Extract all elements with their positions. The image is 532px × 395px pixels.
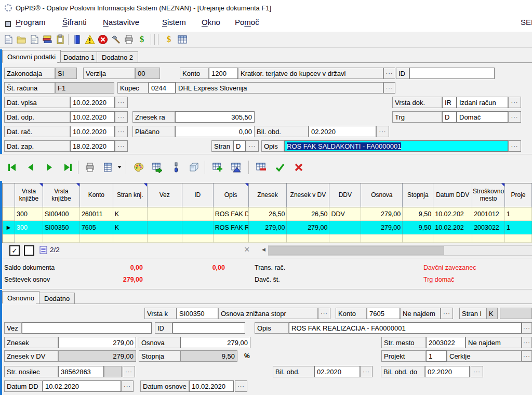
trg-lookup-button[interactable]: ··· (508, 111, 521, 123)
cancel-icon[interactable] (292, 161, 305, 174)
mdi-document-icon[interactable] (4, 20, 12, 28)
dollar-yellow-icon[interactable]: $ (163, 34, 175, 45)
opis-lookup-button[interactable]: ··· (508, 140, 521, 152)
grid-cell[interactable]: 279,00 (249, 221, 287, 234)
grid-cell[interactable]: 279,00 (361, 207, 403, 221)
tab-dodatno-2[interactable]: Dodatno 2 (97, 51, 138, 62)
dollar-green-icon[interactable]: $ (136, 34, 148, 45)
bil-obd-picker-button[interactable]: ··· (376, 126, 389, 137)
detail-konto-input[interactable]: 7605 (367, 308, 400, 319)
grid-col-header[interactable]: Stroškovno mesto (472, 183, 505, 207)
menu-pomoc[interactable]: Pomoč (235, 18, 259, 27)
dat-zap-input[interactable]: 18.02.2020 (70, 140, 115, 152)
hammer-icon[interactable] (110, 34, 122, 45)
grid-cell[interactable]: ROS FAK R (214, 221, 249, 234)
grid-cell[interactable]: 7605 (80, 221, 113, 234)
dat-odp-picker-button[interactable]: ··· (115, 111, 128, 123)
konto-lookup-button[interactable]: ··· (383, 68, 395, 79)
str-mesto-input[interactable]: 2003022 (426, 337, 466, 348)
clipboard-icon[interactable] (55, 34, 66, 45)
grid-row[interactable]: ▶300SI003507605KROS FAK R279,00279,00279… (3, 221, 532, 234)
cube-icon[interactable] (187, 161, 201, 174)
grid-col-header[interactable]: Vrsta knjižbe (43, 183, 80, 207)
grid-col-header[interactable]: Osnova (361, 183, 403, 207)
dat-odp-input[interactable]: 10.02.2020 (70, 111, 115, 123)
grid-cell[interactable]: DDV (329, 207, 361, 221)
list-icon[interactable] (39, 246, 47, 254)
warning-icon[interactable] (84, 34, 96, 45)
projekt-input[interactable]: 1 (426, 350, 447, 362)
stran-input[interactable]: D (233, 140, 246, 152)
error-icon[interactable] (97, 34, 109, 45)
datum-osnove-picker-button[interactable]: ··· (235, 380, 247, 392)
grid-cell[interactable]: 260011 (80, 207, 113, 221)
detail-bil-obd-input[interactable]: 02.2020 (314, 366, 360, 377)
grid-cell[interactable]: ROS FAK D (214, 207, 249, 221)
grid-cell[interactable]: 300 (15, 221, 43, 234)
grid-cell[interactable]: 2003022 (472, 221, 505, 234)
grid-col-header[interactable]: Datum DDV (433, 183, 472, 207)
tab-osnovni-podatki[interactable]: Osnovni podatki (2, 50, 61, 62)
grid-col-header[interactable]: Vez (148, 183, 182, 207)
str-nosilec-input[interactable]: 38562863 (58, 366, 104, 377)
menu-okno[interactable]: Okno (202, 18, 220, 27)
prev-record-icon[interactable] (24, 161, 37, 174)
detail-id-input[interactable] (172, 322, 245, 334)
menu-nastavitve[interactable]: Nastavitve (103, 18, 139, 27)
vrsta-k-input[interactable]: SI00350 (177, 308, 218, 319)
grid-cell[interactable] (182, 207, 214, 221)
vrsta-k-lookup-button[interactable]: ··· (318, 308, 330, 319)
grid-cell[interactable]: 10.02.202 (433, 207, 472, 221)
last-record-icon[interactable] (61, 161, 75, 174)
grid-cell[interactable]: K (113, 207, 148, 221)
books-icon[interactable] (42, 34, 53, 45)
checkbox-unchecked[interactable] (24, 245, 34, 256)
detail-opis-input[interactable]: ROS FAK REALIZACIJA - FA0000001 (289, 322, 522, 334)
grid-col-header[interactable]: Stopnja (403, 183, 433, 207)
grid-cell[interactable] (182, 221, 214, 234)
dat-zap-picker-button[interactable]: ··· (115, 140, 128, 152)
grid-hscrollbar[interactable] (268, 245, 532, 256)
osnova-input[interactable]: 279,00 (180, 337, 250, 348)
dat-vpisa-input[interactable]: 10.02.2020 (70, 97, 115, 108)
grid-cell[interactable]: 10.02.202 (433, 221, 472, 234)
print-icon[interactable] (83, 161, 97, 174)
vrsta-dok-lookup-button[interactable]: ··· (508, 97, 521, 108)
grid-col-header[interactable]: Znesek v DV (287, 183, 329, 207)
bil-obd-input[interactable]: 02.2020 (309, 126, 376, 137)
tool-icon[interactable] (169, 161, 183, 174)
blue-book-icon[interactable] (71, 34, 83, 45)
grid-cell[interactable]: 279,00 (287, 221, 329, 234)
grid-col-header[interactable]: ID (182, 183, 214, 207)
stran-lookup-button[interactable]: ··· (246, 140, 259, 152)
grid-cell[interactable] (148, 207, 182, 221)
table-icon[interactable] (177, 34, 188, 45)
save-document-icon[interactable] (29, 34, 40, 45)
detail-konto-lookup-button[interactable]: ··· (441, 308, 453, 319)
next-record-icon[interactable] (43, 161, 56, 174)
grid-cell[interactable] (329, 221, 361, 234)
grid-cell[interactable]: K (113, 221, 148, 234)
grid-row[interactable]: 300SI00400260011KROS FAK D26,5026,50DDV2… (3, 207, 532, 221)
grid-cell[interactable]: 1 (505, 207, 532, 221)
grid-col-header[interactable]: Proje (505, 183, 532, 207)
grid-cell[interactable]: 26,50 (287, 207, 329, 221)
clear-filter-icon[interactable]: × (244, 244, 250, 255)
checkbox-checked[interactable]: ✓ (9, 245, 20, 256)
export-table-icon[interactable] (151, 161, 164, 174)
remove-row-icon[interactable] (255, 161, 268, 174)
datum-dd-picker-button[interactable]: ··· (121, 380, 134, 392)
add-row-icon[interactable] (211, 161, 224, 174)
grid-cell[interactable]: SI00350 (43, 221, 80, 234)
tab-dodatno-1[interactable]: Dodatno 1 (58, 51, 100, 62)
grid-col-header[interactable]: Vrsta knjižbe (15, 183, 43, 207)
dat-rac-picker-button[interactable]: ··· (115, 126, 128, 137)
menu-sistem[interactable]: Sistem (162, 18, 186, 27)
konto-input[interactable]: 1200 (209, 68, 238, 79)
grid-cell[interactable]: 300 (15, 207, 43, 221)
grid-cell[interactable]: 1 (505, 221, 532, 234)
vrsta-dok-input[interactable]: IR (442, 97, 457, 108)
tab-osnovno[interactable]: Osnovno (2, 291, 39, 303)
grid-col-header[interactable]: DDV (329, 183, 361, 207)
kupec-input[interactable]: 0244 (149, 82, 176, 94)
